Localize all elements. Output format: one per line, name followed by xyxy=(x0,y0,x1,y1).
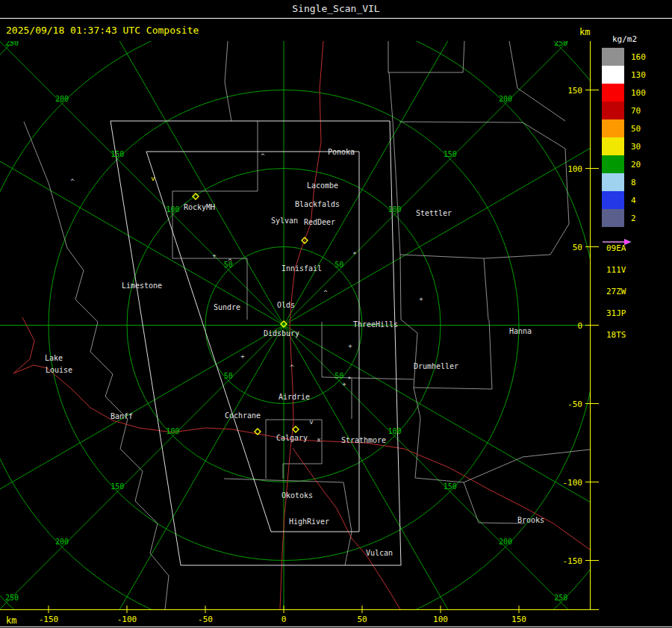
station-id: 27ZW xyxy=(606,287,626,296)
range-ring-label: 200 xyxy=(499,95,512,103)
colorbar-entry: 50 xyxy=(602,119,646,137)
y-axis-unit-label: km xyxy=(579,27,590,37)
y-axis-tick-label: -50 xyxy=(567,400,582,409)
y-axis-tick-label: 50 xyxy=(573,243,582,252)
x-axis-unit-label: km xyxy=(6,615,16,626)
colorbar-swatch xyxy=(602,66,624,84)
y-axis-tick-label: 150 xyxy=(567,86,582,96)
range-ring-label: 250 xyxy=(554,594,567,602)
colorbar-unit: kg/m2 xyxy=(612,34,637,44)
city-label: Vulcan xyxy=(366,549,393,557)
range-ring-label: 100 xyxy=(166,427,179,435)
town-marker: ^ xyxy=(70,178,75,185)
city-label: Stettler xyxy=(416,209,452,217)
town-marker: * xyxy=(352,251,356,258)
town-marker: + xyxy=(419,295,423,302)
x-axis-tick-label: 0 xyxy=(281,615,287,624)
x-axis-tick-label: 50 xyxy=(357,615,367,624)
y-axis-tick-label: 100 xyxy=(567,164,582,174)
city-label: RedDeer xyxy=(304,218,335,226)
x-axis-tick-label: -100 xyxy=(117,615,137,624)
colorbar-entry: 130 xyxy=(602,66,646,84)
colorbar-entry: 100 xyxy=(602,84,646,102)
range-ring-label: 100 xyxy=(388,427,401,435)
city-label: Lacombe xyxy=(307,181,338,190)
city-label: Hanna xyxy=(509,327,532,335)
colorbar-value: 30 xyxy=(631,142,641,152)
range-ring-label: 150 xyxy=(444,150,457,158)
range-ring-label: 150 xyxy=(444,482,457,491)
colorbar-value: 2 xyxy=(631,214,636,223)
town-marker: ^ xyxy=(323,289,328,296)
x-axis-tick-label: -50 xyxy=(198,615,213,624)
city-label: Limestone xyxy=(122,282,162,290)
x-axis-tick-label: 150 xyxy=(511,615,526,624)
colorbar-swatch xyxy=(602,137,624,155)
town-marker: x xyxy=(317,436,321,444)
city-label: ThreeHills xyxy=(353,320,398,329)
colorbar-swatch xyxy=(602,102,624,119)
colorbar-swatch xyxy=(602,191,624,209)
city-label: Olds xyxy=(277,301,295,309)
y-axis-tick-label: -100 xyxy=(563,478,583,488)
city-label: Blackfalds xyxy=(295,200,340,208)
colorbar-swatch xyxy=(602,155,624,173)
range-ring-label: 250 xyxy=(554,39,567,47)
range-ring-label: 150 xyxy=(111,482,124,491)
colorbar-value: 130 xyxy=(631,70,646,80)
range-ring-label: 200 xyxy=(499,538,512,546)
range-ring-label: 150 xyxy=(111,150,124,158)
city-label: Drumheller xyxy=(414,362,458,370)
x-axis-tick-label: 100 xyxy=(433,615,448,624)
colorbar: 16013010070503020842 xyxy=(602,48,646,227)
station-id: 31JP xyxy=(606,308,626,318)
colorbar-entry: 70 xyxy=(602,102,646,119)
city-label: Innisfail xyxy=(281,264,322,273)
city-label: Airdrie xyxy=(279,393,310,401)
colorbar-swatch xyxy=(602,173,624,191)
colorbar-entry: 2 xyxy=(602,209,646,227)
town-marker: + xyxy=(348,342,352,349)
window-bottom-border xyxy=(0,627,672,627)
city-label: RockyMH xyxy=(184,203,215,211)
town-marker: + xyxy=(342,380,346,388)
town-marker: ^ xyxy=(290,364,294,371)
y-axis-tick-label: -150 xyxy=(563,556,583,566)
colorbar-swatch xyxy=(602,84,624,102)
city-label: Ponoka xyxy=(328,148,355,156)
range-ring-label: 250 xyxy=(5,594,19,602)
colorbar-value: 160 xyxy=(631,52,646,62)
town-marker: * xyxy=(347,376,351,383)
city-label: Louise xyxy=(46,366,72,374)
radar-scene: km 5050505010010010010015015015015020020… xyxy=(0,0,672,628)
colorbar-swatch xyxy=(602,209,624,227)
station-legend-entry: 27ZW xyxy=(602,281,626,302)
range-ring-label: 50 xyxy=(335,261,343,269)
station-legend-entry: 111V xyxy=(602,259,626,281)
station-legend: 09EA111V27ZW31JP18TS xyxy=(602,237,626,346)
town-marker: + xyxy=(212,252,217,259)
city-label: Calgary xyxy=(276,434,308,442)
colorbar-entry: 20 xyxy=(602,155,646,173)
city-label: Sylvan xyxy=(271,217,298,225)
colorbar-entry: 4 xyxy=(602,191,646,209)
colorbar-swatch xyxy=(602,119,624,137)
station-id: 18TS xyxy=(606,330,626,340)
city-label: Okotoks xyxy=(281,491,313,500)
colorbar-value: 50 xyxy=(631,124,641,134)
town-marker: + xyxy=(240,352,245,360)
range-ring-label: 200 xyxy=(55,95,69,103)
y-axis-tick-label: 0 xyxy=(577,321,582,331)
town-marker: v xyxy=(309,418,313,426)
town-marker: ^ xyxy=(228,258,232,265)
city-label: Banff xyxy=(111,412,133,420)
colorbar-value: 100 xyxy=(631,88,646,98)
station-legend-entry: 31JP xyxy=(602,302,626,324)
x-axis-tick-label: -150 xyxy=(39,615,59,624)
city-label: Lake xyxy=(45,354,63,362)
city-label: Sundre xyxy=(214,303,240,311)
range-ring-label: 50 xyxy=(224,372,233,380)
station-id: 111V xyxy=(606,265,626,275)
station-legend-entry: 18TS xyxy=(602,324,626,346)
city-label: Brooks xyxy=(517,516,544,524)
